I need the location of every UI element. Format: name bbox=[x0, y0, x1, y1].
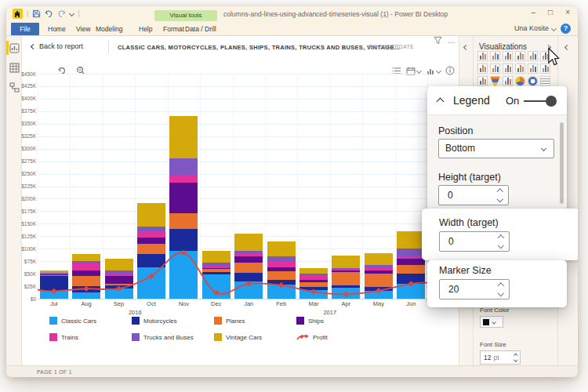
tab-view[interactable]: View bbox=[73, 23, 93, 35]
viz-type-icon-pie-chart[interactable] bbox=[515, 76, 525, 86]
legend-item-profit[interactable]: Profit bbox=[296, 333, 328, 341]
marker-size-input[interactable]: 20 bbox=[439, 279, 510, 299]
y-axis-tick-label: $25K bbox=[24, 284, 36, 289]
legend-item-ships[interactable]: Ships bbox=[296, 317, 324, 325]
font-size-value[interactable]: 12 bbox=[484, 354, 491, 361]
legend-toggle[interactable] bbox=[524, 96, 557, 107]
mouse-cursor-icon bbox=[546, 47, 560, 67]
minimize-button[interactable]: – bbox=[532, 8, 536, 16]
viz-type-icon-stacked-bar-chart[interactable] bbox=[477, 51, 488, 61]
expand-filters-icon[interactable] bbox=[463, 45, 469, 50]
expand-fields-icon[interactable] bbox=[564, 45, 570, 50]
tab-home[interactable]: Home bbox=[45, 23, 69, 35]
info-icon[interactable] bbox=[445, 66, 455, 75]
viz-type-icon-donut-chart[interactable] bbox=[528, 76, 538, 86]
profit-marker[interactable] bbox=[278, 282, 284, 288]
profit-marker[interactable] bbox=[51, 289, 56, 294]
tab-modeling[interactable]: Modeling bbox=[93, 23, 126, 35]
y-axis-tick-label: $325K bbox=[21, 133, 36, 139]
height-target-input[interactable]: 0 bbox=[438, 185, 509, 205]
profit-marker[interactable] bbox=[343, 292, 349, 297]
more-options-icon[interactable]: … bbox=[448, 38, 456, 43]
x-axis-label: Oct bbox=[135, 300, 167, 307]
viz-type-icon-line-and-clustered-column-chart[interactable] bbox=[528, 64, 538, 74]
back-to-report-button[interactable]: Back to report bbox=[31, 42, 83, 50]
viz-type-icon-stacked-column-chart[interactable] bbox=[490, 51, 500, 61]
collapse-section-icon[interactable] bbox=[437, 98, 445, 106]
tab-file[interactable]: File bbox=[11, 23, 39, 35]
y-axis-tick-label: $225K bbox=[21, 183, 36, 189]
viz-type-icon-line-chart[interactable] bbox=[477, 64, 488, 74]
toggle-state-label: On bbox=[506, 95, 519, 107]
close-button[interactable]: × bbox=[565, 8, 570, 16]
viz-type-icon-ribbon-chart[interactable] bbox=[477, 76, 488, 86]
sidebar-item-data-view[interactable] bbox=[9, 63, 20, 73]
legend-item-trains[interactable]: Trains bbox=[49, 333, 78, 341]
x-axis-label: May bbox=[362, 300, 394, 307]
maximize-button[interactable]: □ bbox=[548, 8, 553, 16]
visual-type-grid bbox=[477, 51, 553, 88]
y-axis-tick-label: $200K bbox=[21, 196, 36, 201]
viz-type-icon-line-and-stacked-column-chart[interactable] bbox=[515, 64, 525, 74]
undo-icon[interactable] bbox=[45, 9, 53, 18]
y-axis-tick-label: $400K bbox=[21, 96, 36, 101]
legend-item-planes[interactable]: Planes bbox=[214, 317, 245, 325]
position-dropdown[interactable]: Bottom bbox=[438, 139, 554, 158]
tab-help[interactable]: Help bbox=[136, 23, 155, 35]
legend-label: Ships bbox=[308, 318, 324, 325]
viz-type-icon-100-stacked-bar-chart[interactable] bbox=[503, 51, 513, 61]
sidebar-item-model-view[interactable] bbox=[9, 82, 20, 93]
status-bar: PAGE 1 OF 1 bbox=[6, 365, 578, 377]
width-target-input[interactable]: 0 bbox=[439, 231, 510, 252]
y-axis-tick-label: $125K bbox=[21, 234, 36, 239]
viz-type-icon-stacked-area-chart[interactable] bbox=[503, 64, 513, 74]
profit-marker[interactable] bbox=[408, 281, 414, 286]
y-axis-tick-label: $450K bbox=[21, 71, 36, 77]
height-target-label: Height (target) bbox=[438, 172, 501, 183]
height-target-value[interactable]: 0 bbox=[439, 190, 492, 201]
viz-type-icon-gauge-chart[interactable] bbox=[503, 76, 513, 86]
legend-label: Motorcycles bbox=[143, 318, 177, 325]
back-chevron-icon bbox=[31, 43, 36, 49]
x-axis-label: Aug bbox=[70, 300, 102, 307]
viz-type-icon-table[interactable] bbox=[540, 76, 550, 86]
profit-marker[interactable] bbox=[246, 281, 252, 286]
help-icon[interactable]: ? bbox=[561, 24, 571, 34]
legend-item-classic-cars[interactable]: Classic Cars bbox=[49, 317, 96, 325]
tab-datadrill[interactable]: Data / Drill bbox=[182, 23, 220, 35]
report-canvas: Back to report CLASSIC CARS, MOTORCYCLES… bbox=[22, 36, 459, 365]
viz-type-icon-funnel-chart[interactable] bbox=[490, 76, 500, 86]
profit-marker[interactable] bbox=[116, 286, 122, 292]
sidebar-item-report-view[interactable] bbox=[9, 43, 20, 53]
save-icon[interactable] bbox=[32, 9, 41, 18]
y-axis-tick-label: $0 bbox=[31, 296, 36, 302]
account-menu[interactable]: Una Kosite bbox=[514, 24, 556, 32]
selected-view-indicator bbox=[6, 41, 9, 55]
viz-type-icon-clustered-bar-chart[interactable] bbox=[528, 51, 538, 61]
y-axis-tick-label: $50K bbox=[24, 271, 36, 277]
x-axis-year-label: 2016 bbox=[38, 309, 233, 316]
profit-marker[interactable] bbox=[83, 286, 89, 292]
legend-label: Planes bbox=[226, 318, 245, 325]
spinner-buttons[interactable] bbox=[493, 284, 509, 295]
filter-funnel-icon[interactable] bbox=[434, 36, 442, 45]
profit-marker[interactable] bbox=[181, 250, 187, 256]
legend-item-vintage-cars[interactable]: Vintage Cars bbox=[214, 333, 262, 341]
redo-icon[interactable] bbox=[57, 9, 66, 18]
profit-marker[interactable] bbox=[376, 288, 381, 293]
profit-marker[interactable] bbox=[310, 289, 316, 294]
viz-type-icon-100-stacked-column-chart[interactable] bbox=[515, 51, 525, 61]
marker-size-value[interactable]: 20 bbox=[440, 284, 493, 295]
font-size-input[interactable]: 12 pt bbox=[480, 350, 521, 365]
font-color-picker[interactable] bbox=[480, 316, 503, 328]
qat-customize-icon[interactable] bbox=[69, 11, 74, 16]
legend-swatch bbox=[132, 333, 140, 341]
legend-item-motorcycles[interactable]: Motorcycles bbox=[132, 317, 177, 325]
legend-item-trucks-and-buses[interactable]: Trucks and Buses bbox=[132, 333, 194, 341]
spinner-buttons[interactable] bbox=[492, 190, 508, 201]
width-target-value[interactable]: 0 bbox=[440, 236, 493, 247]
spinner-buttons[interactable] bbox=[493, 236, 509, 247]
viz-type-icon-area-chart[interactable] bbox=[490, 64, 500, 74]
card-scrollbar[interactable] bbox=[560, 122, 564, 204]
visual-tools-contextual-label: Visual tools bbox=[154, 10, 217, 21]
